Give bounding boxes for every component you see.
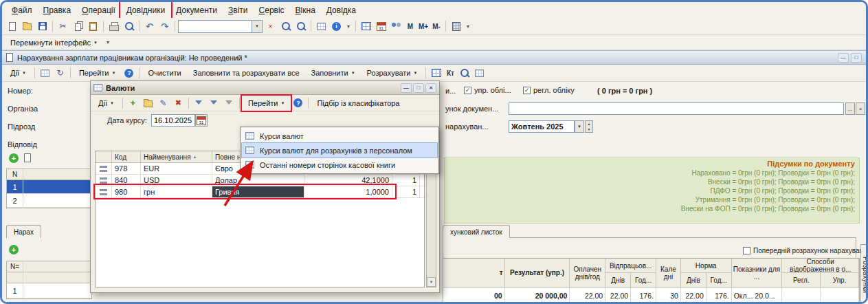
header-name[interactable]: Найменування ▲ — [141, 151, 212, 162]
restore-window-icon[interactable]: □ — [851, 53, 862, 63]
scroll-down-icon[interactable]: ▼ — [427, 277, 436, 287]
cut-icon[interactable]: ✂ — [56, 20, 70, 33]
mgmt-accounting-checkbox[interactable]: ✓ упр. облі... — [464, 86, 511, 94]
redo-icon[interactable]: ↷ — [157, 20, 172, 33]
dtkt-icon[interactable]: Кт — [444, 67, 456, 80]
menu-documents[interactable]: Документи — [170, 3, 223, 18]
interface-overflow-icon[interactable]: ▾ — [104, 36, 112, 49]
add-row-icon[interactable]: + — [9, 153, 19, 163]
currency-row-uah[interactable]: 980 грн Гривня 1,0000 1 — [96, 186, 424, 198]
menu-operations[interactable]: Операції — [76, 3, 121, 18]
menu-file[interactable]: Файл — [6, 3, 38, 18]
month-dropdown-icon[interactable]: ▼ — [575, 120, 584, 133]
undo-icon[interactable]: ↶ — [142, 20, 157, 33]
menu-item-currency-rates[interactable]: Курси валют — [242, 129, 437, 143]
memory-add-button[interactable]: М+ — [417, 20, 430, 33]
dialog-help-icon[interactable]: ? — [291, 96, 305, 109]
spinner-down-icon[interactable]: ▼ — [586, 127, 592, 132]
header-code[interactable]: Код — [112, 151, 141, 162]
rate-date-calendar-icon[interactable]: 31 — [195, 114, 208, 127]
dialog-maximize-icon[interactable]: □ — [413, 83, 424, 93]
pick-from-classifier-button[interactable]: Підбір із класифікатора — [311, 96, 405, 110]
tab-accruals[interactable]: Нарах — [6, 225, 41, 238]
precalc-checkbox[interactable]: Попередній розрахунок нарахувань — [743, 247, 867, 254]
calculator-icon[interactable] — [449, 20, 463, 33]
tab-calc-sheet[interactable]: хунковий листок — [443, 225, 510, 238]
document-window-titlebar[interactable]: Нарахування зарплати працівникам організ… — [2, 50, 866, 65]
spinner-up-icon[interactable]: ▲ — [586, 121, 592, 127]
add-group-icon[interactable] — [141, 96, 155, 109]
menu-directories[interactable]: Довідники — [121, 3, 170, 18]
accruals-row[interactable]: 1 — [7, 283, 91, 298]
actions-button[interactable]: Дії ▼ — [5, 66, 32, 80]
save-icon[interactable] — [35, 20, 49, 33]
dialog-actions-button[interactable]: Дії ▼ — [93, 96, 120, 110]
doc-account-field[interactable] — [509, 102, 844, 115]
reread-icon[interactable]: ↻ — [53, 67, 67, 80]
currency-row-usd[interactable]: 840 USD Долар 42,1000 1 — [96, 175, 424, 186]
menu-service[interactable]: Сервіс — [254, 3, 290, 18]
fill-and-calc-all-button[interactable]: Заповнити та розрахувати все — [188, 66, 305, 80]
select-value-icon[interactable]: ... — [845, 102, 855, 115]
clear-field-icon[interactable]: × — [856, 102, 865, 115]
edit-icon[interactable]: ✎ — [156, 96, 170, 109]
menu-item-personnel-rates[interactable]: Курси валют для розрахунків з персоналом — [242, 143, 437, 158]
calendar-icon[interactable]: 31 — [374, 20, 388, 33]
info-dropdown-icon[interactable]: ▾ — [344, 20, 353, 33]
menu-help[interactable]: Довідка — [321, 3, 361, 18]
info-icon[interactable]: i — [329, 20, 344, 33]
clear-search-icon[interactable]: × — [263, 20, 278, 33]
minimize-window-icon[interactable]: — — [838, 53, 849, 63]
grid-row-selected[interactable]: 1 — [7, 180, 91, 194]
open-icon[interactable] — [20, 20, 34, 33]
rate-date-input[interactable] — [151, 114, 195, 127]
copy-icon[interactable] — [71, 20, 85, 33]
delete-icon[interactable]: ✖ — [171, 96, 186, 109]
department-label: Підрозд — [8, 122, 35, 131]
search-dropdown-icon[interactable]: ▼ — [252, 20, 263, 33]
add-accrual-icon[interactable]: + — [9, 245, 19, 254]
table-icon[interactable] — [359, 20, 373, 33]
show-table-icon[interactable] — [429, 67, 443, 80]
paste-icon[interactable] — [86, 20, 100, 33]
menu-edit[interactable]: Правка — [38, 3, 77, 18]
menu-item-cashbook-pages[interactable]: Останні номери сторінок касової книги — [242, 158, 437, 172]
dialog-titlebar[interactable]: Валюти — □ × — [91, 81, 439, 95]
filter-icon[interactable] — [192, 96, 206, 109]
memory-recall-button[interactable]: М — [404, 20, 416, 33]
clear-button[interactable]: Очистити — [142, 66, 186, 80]
grid-row[interactable]: 2 — [7, 194, 91, 208]
accrual-month-field[interactable]: Жовтень 2025 — [509, 120, 575, 133]
preview-icon[interactable] — [122, 20, 136, 33]
memory-subtract-button[interactable]: М- — [430, 20, 443, 33]
tab-calculations-vertical[interactable]: Розрахунки — [860, 244, 868, 304]
list-settings-icon[interactable] — [38, 67, 52, 80]
dialog-goto-button[interactable]: Перейти ▼ — [243, 96, 291, 110]
find-icon[interactable] — [278, 20, 293, 33]
list-display-icon[interactable] — [472, 67, 487, 80]
clear-filter-icon[interactable] — [222, 96, 236, 109]
toolbar-overflow-icon[interactable]: ▾ — [464, 20, 472, 33]
filter-by-value-icon[interactable] — [207, 96, 221, 109]
dialog-close-icon[interactable]: × — [425, 83, 436, 93]
switch-interface-button[interactable]: Перемкнути інтерфейс ▼ — [5, 36, 103, 50]
copy-row-icon[interactable] — [24, 153, 31, 162]
menu-reports[interactable]: Звіти — [223, 3, 254, 18]
month-spinner[interactable]: ▲ ▼ — [585, 120, 593, 133]
new-document-icon[interactable] — [5, 20, 19, 33]
dialog-minimize-icon[interactable]: — — [401, 83, 412, 93]
windows-list-icon[interactable] — [314, 20, 329, 33]
users-icon[interactable] — [389, 20, 403, 33]
find-in-list-icon[interactable] — [457, 67, 471, 80]
search-input[interactable] — [178, 20, 252, 33]
add-currency-icon[interactable]: + — [126, 96, 140, 109]
regl-accounting-checkbox[interactable]: ✓ регл. обліку — [523, 86, 575, 94]
print-icon[interactable] — [107, 20, 121, 33]
results-data-row[interactable]: 00 20 000,00 22.00 22.00 176. 30 22.00 1… — [443, 287, 859, 304]
menu-windows[interactable]: Вікна — [290, 3, 321, 18]
help-icon[interactable]: ? — [122, 67, 136, 80]
find-next-icon[interactable] — [293, 20, 308, 33]
fill-button[interactable]: Заповнити ▼ — [306, 66, 361, 80]
goto-button[interactable]: Перейти ▼ — [74, 66, 122, 80]
calculate-button[interactable]: Розрахувати ▼ — [361, 66, 423, 80]
